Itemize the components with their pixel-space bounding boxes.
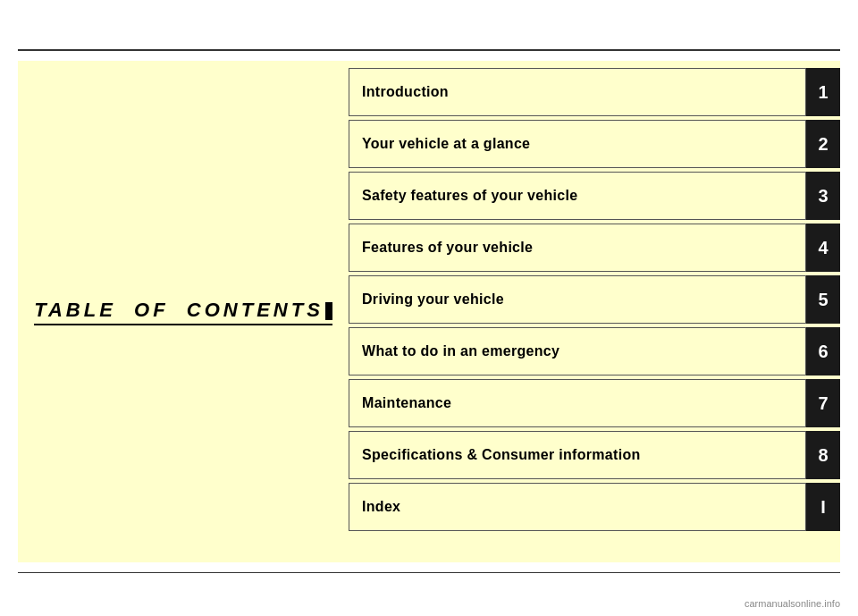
toc-number-9: I	[806, 483, 840, 531]
toc-number-7: 7	[806, 379, 840, 427]
toc-row-2[interactable]: Your vehicle at a glance2	[349, 120, 840, 168]
toc-label-4: Features of your vehicle	[349, 224, 806, 272]
toc-title: TABLE OF CONTENTS	[34, 299, 332, 325]
left-panel: TABLE OF CONTENTS	[18, 61, 349, 562]
toc-number-2: 2	[806, 120, 840, 168]
toc-row-9[interactable]: IndexI	[349, 483, 840, 531]
toc-row-8[interactable]: Specifications & Consumer information8	[349, 431, 840, 479]
toc-label-5: Driving your vehicle	[349, 275, 806, 324]
toc-row-5[interactable]: Driving your vehicle5	[349, 275, 840, 324]
toc-label-2: Your vehicle at a glance	[349, 120, 806, 168]
toc-label-6: What to do in an emergency	[349, 327, 806, 376]
toc-number-8: 8	[806, 431, 840, 479]
watermark: carmanualsonline.info	[744, 598, 840, 609]
toc-number-5: 5	[806, 275, 840, 324]
toc-label-8: Specifications & Consumer information	[349, 431, 806, 479]
bottom-divider	[18, 572, 840, 574]
toc-label-9: Index	[349, 483, 806, 531]
toc-row-3[interactable]: Safety features of your vehicle3	[349, 172, 840, 220]
toc-row-4[interactable]: Features of your vehicle4	[349, 224, 840, 272]
top-divider	[18, 49, 840, 51]
toc-label-7: Maintenance	[349, 379, 806, 427]
toc-label-1: Introduction	[349, 68, 806, 116]
toc-number-3: 3	[806, 172, 840, 220]
right-panel: Introduction1Your vehicle at a glance2Sa…	[349, 61, 840, 562]
toc-number-1: 1	[806, 68, 840, 116]
toc-number-6: 6	[806, 327, 840, 376]
toc-number-4: 4	[806, 224, 840, 272]
toc-row-7[interactable]: Maintenance7	[349, 379, 840, 427]
toc-label-3: Safety features of your vehicle	[349, 172, 806, 220]
toc-row-1[interactable]: Introduction1	[349, 68, 840, 116]
toc-row-6[interactable]: What to do in an emergency6	[349, 327, 840, 376]
main-content: TABLE OF CONTENTS Introduction1Your vehi…	[18, 61, 840, 562]
